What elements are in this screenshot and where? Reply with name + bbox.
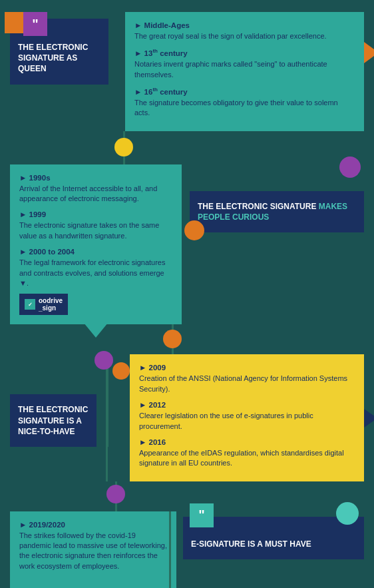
- nice-label-text: THE ELECTRONIC SIGNATURE IS A NICE-TO-HA…: [18, 404, 89, 437]
- curious-label: THE ELECTRONIC SIGNATURE MAKES PEOPLE CU…: [190, 191, 364, 232]
- must-label-text: E-SIGNATURE IS A MUST HAVE: [191, 539, 356, 549]
- entry-text: The strikes followed by the covid-19 pan…: [19, 531, 167, 572]
- purple-circle-2: [94, 351, 113, 370]
- nice-entry-2: ► 2012 Clearer legislation on the use of…: [139, 401, 355, 432]
- entry-title-2: ► 1999: [19, 210, 172, 218]
- circle-purple-1: [106, 485, 125, 503]
- entry-text: Creation of the ANSSI (National Agency f…: [139, 374, 355, 394]
- connector-3: [10, 481, 364, 511]
- entry-text-3: Appearance of the eIDAS regulation, whic…: [139, 448, 355, 469]
- orange-circle-2: [112, 362, 130, 380]
- section-nice: THE ELECTRONIC SIGNATURE IS A NICE-TO-HA…: [10, 354, 364, 481]
- queen-label-text: THE ELECTRONIC SIGNATURE AS QUEEN: [18, 42, 100, 75]
- entry-text-2: The electronic signature takes on the sa…: [19, 220, 172, 241]
- oodrive-text: oodrive_sign: [39, 297, 63, 312]
- entry-title-3: ► 16th century: [134, 87, 355, 96]
- curious-entry-2: ► 1999 The electronic signature takes on…: [19, 210, 172, 241]
- connector-2: [10, 324, 364, 354]
- must-label-container: " E-SIGNATURE IS A MUST HAVE: [183, 511, 364, 559]
- orange-circle-1: [184, 220, 204, 240]
- curious-entry-1: ► 1990s Arrival of the Internet accessib…: [19, 174, 172, 204]
- queen-entry-3: ► 16th century The signature becomes obl…: [134, 87, 355, 119]
- purple-circle-1: [339, 156, 361, 178]
- queen-content: ► Middle-Ages The great royal seal is th…: [125, 12, 364, 131]
- curious-teal-box: ► 1990s Arrival of the Internet accessib…: [10, 164, 182, 325]
- oodrive-check: ✓: [25, 299, 35, 310]
- entry-title-2: ► 13th century: [134, 48, 355, 57]
- connector-1: [10, 131, 364, 164]
- entry-title: ► 2019/2020: [19, 521, 167, 529]
- entry-text-2: Notaries invent graphic marks called "se…: [134, 59, 355, 80]
- page: " THE ELECTRONIC SIGNATURE AS QUEEN ► Mi…: [0, 0, 374, 588]
- entry-title: ► Middle-Ages: [134, 21, 355, 29]
- nice-entry-3: ► 2016 Appearance of the eIDAS regulatio…: [139, 438, 355, 469]
- entry-title-3: ► 2000 to 2004: [19, 248, 172, 256]
- teal-circle: [336, 502, 359, 525]
- nice-entry-1: ► 2009 Creation of the ANSSI (National A…: [139, 364, 355, 394]
- quote-icon: ": [23, 12, 47, 36]
- nice-label: THE ELECTRONIC SIGNATURE IS A NICE-TO-HA…: [10, 394, 96, 447]
- circle-orange-1: [163, 330, 182, 348]
- queen-label-container: " THE ELECTRONIC SIGNATURE AS QUEEN: [10, 12, 108, 85]
- circle-yellow-1: [114, 138, 133, 156]
- vline-4: [169, 511, 171, 588]
- section-must: ► 2019/2020 The strikes followed by the …: [10, 511, 364, 588]
- curious-entry-3: ► 2000 to 2004 The legal framework for e…: [19, 248, 172, 288]
- nice-content: ► 2009 Creation of the ANSSI (National A…: [130, 354, 364, 481]
- entry-title: ► 2009: [139, 364, 355, 372]
- oodrive-badge: ✓ oodrive_sign: [19, 294, 68, 315]
- entry-text-3: The legal framework for electronic signa…: [19, 258, 172, 288]
- must-content: ► 2019/2020 The strikes followed by the …: [10, 511, 176, 588]
- entry-text-3: The signature becomes obligatory to give…: [134, 98, 355, 119]
- entry-title-3: ► 2016: [139, 438, 355, 446]
- queen-teal-box: ► Middle-Ages The great royal seal is th…: [125, 12, 364, 131]
- curious-label-container: THE ELECTRONIC SIGNATURE MAKES PEOPLE CU…: [190, 164, 364, 232]
- curious-label-text: THE ELECTRONIC SIGNATURE MAKES PEOPLE CU…: [198, 201, 356, 222]
- entry-text-2: Clearer legislation on the use of e-sign…: [139, 411, 355, 432]
- curious-content: ► 1990s Arrival of the Internet accessib…: [10, 164, 182, 325]
- entry-text: Arrival of the Internet accessible to al…: [19, 184, 172, 204]
- queen-arrow: [364, 42, 374, 63]
- queen-entry-1: ► Middle-Ages The great royal seal is th…: [134, 21, 355, 41]
- entry-title-2: ► 2012: [139, 401, 355, 409]
- section-queen: " THE ELECTRONIC SIGNATURE AS QUEEN ► Mi…: [10, 12, 364, 131]
- queen-entry-2: ► 13th century Notaries invent graphic m…: [134, 48, 355, 80]
- entry-title: ► 1990s: [19, 174, 172, 182]
- must-entry-1: ► 2019/2020 The strikes followed by the …: [19, 521, 167, 572]
- must-teal-box: ► 2019/2020 The strikes followed by the …: [10, 511, 176, 588]
- nice-arrow: [364, 409, 374, 428]
- nice-label-container: THE ELECTRONIC SIGNATURE IS A NICE-TO-HA…: [10, 354, 96, 447]
- section-curious: ► 1990s Arrival of the Internet accessib…: [10, 164, 364, 325]
- nice-yellow-box: ► 2009 Creation of the ANSSI (National A…: [130, 354, 364, 481]
- entry-text: The great royal seal is the sign of vali…: [134, 31, 355, 41]
- vline-3b: [106, 354, 108, 481]
- must-quote: ": [190, 503, 214, 527]
